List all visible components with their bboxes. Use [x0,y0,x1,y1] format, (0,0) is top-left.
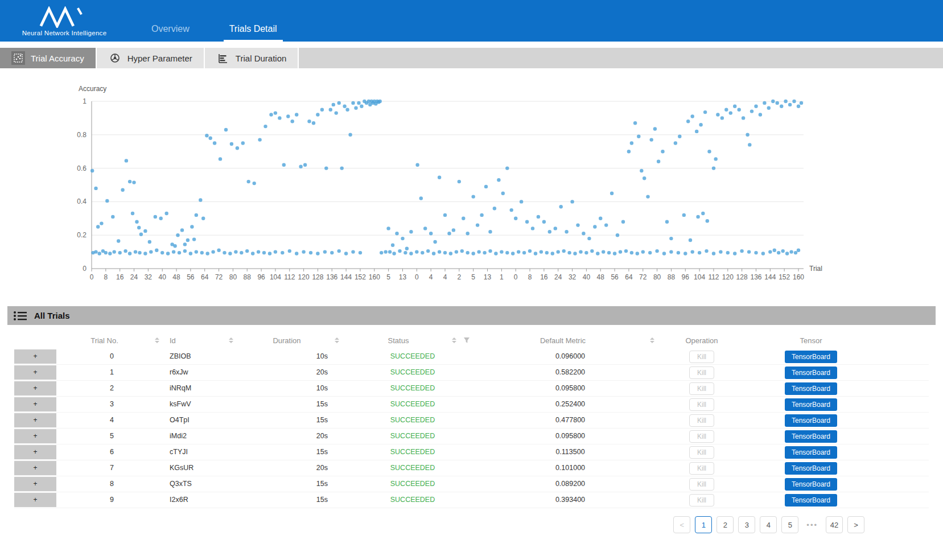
svg-text:120: 120 [298,273,310,281]
tensorboard-button[interactable]: TensorBoard [785,462,837,475]
sort-icon[interactable] [452,337,456,343]
tensorboard-button[interactable]: TensorBoard [785,414,837,427]
expand-row-button[interactable]: + [14,477,56,491]
pagination-page-5[interactable]: 5 [781,516,798,533]
table-row: +0ZBIOB10sSUCCEEDED0.096000KillTensorBoa… [14,349,929,365]
cell-default-metric: 0.252400 [478,397,662,412]
kill-button[interactable]: Kill [689,382,714,395]
expand-row-button[interactable]: + [14,445,56,459]
svg-text:16: 16 [116,273,124,281]
filter-icon[interactable] [463,337,470,344]
pagination-page-4[interactable]: 4 [760,516,777,533]
pagination-prev-button[interactable]: < [673,516,690,533]
cell-id: ksFwV [167,397,241,412]
svg-text:128: 128 [312,273,323,281]
nav-trials-detail[interactable]: Trials Detail [224,24,283,42]
svg-text:0.4: 0.4 [77,197,87,205]
svg-text:5: 5 [386,273,390,281]
cell-default-metric: 0.096000 [478,349,662,364]
svg-text:0: 0 [415,273,419,281]
expand-row-button[interactable]: + [14,493,56,507]
expand-row-button[interactable]: + [14,429,56,443]
expand-row-button[interactable]: + [14,461,56,475]
accuracy-chart: 00.20.40.60.8108162432404856647280889610… [0,74,943,290]
expand-row-button[interactable]: + [14,365,56,380]
tensorboard-button[interactable]: TensorBoard [785,446,837,459]
pagination-page-3[interactable]: 3 [738,516,755,533]
svg-text:2: 2 [457,273,461,281]
hyper-parameter-icon [108,51,122,65]
svg-text:88: 88 [668,273,676,281]
all-trials-title: All Trials [34,311,70,320]
svg-text:120: 120 [722,273,734,281]
cell-status: SUCCEEDED [347,476,478,492]
table-body: +0ZBIOB10sSUCCEEDED0.096000KillTensorBoa… [14,349,929,508]
sort-icon[interactable] [155,337,159,343]
tab-hyper-parameter[interactable]: Hyper Parameter [97,48,205,68]
pagination-ellipsis: ••• [803,516,821,533]
cell-status: SUCCEEDED [347,460,478,476]
pagination-page-42[interactable]: 42 [826,516,843,533]
cell-id: KGsUR [167,460,241,476]
nav-overview[interactable]: Overview [146,24,195,42]
sort-icon[interactable] [650,337,654,343]
svg-text:112: 112 [284,273,295,281]
expand-row-button[interactable]: + [14,413,56,427]
table-row: +3ksFwV15sSUCCEEDED0.252400KillTensorBoa… [14,397,929,413]
pagination-page-2[interactable]: 2 [716,516,734,533]
cell-duration: 15s [241,476,347,492]
filler-cell [881,476,929,492]
svg-text:0.6: 0.6 [77,164,87,172]
app-header: Neural Network Intelligence Overview Tri… [0,0,943,42]
sort-icon[interactable] [335,337,339,343]
kill-button[interactable]: Kill [689,414,714,427]
tab-trial-accuracy[interactable]: Trial Accuracy [0,48,97,68]
tensorboard-button[interactable]: TensorBoard [785,367,837,379]
kill-button[interactable]: Kill [689,398,714,411]
column-default-metric: Default Metric [478,336,662,345]
x-axis-label: Trial [809,265,822,273]
tensorboard-button[interactable]: TensorBoard [785,398,837,411]
pagination-next-button[interactable]: > [847,516,864,533]
svg-text:0: 0 [83,265,87,273]
kill-button[interactable]: Kill [689,446,714,459]
svg-text:80: 80 [653,273,661,281]
cell-trial-no: 0 [56,349,167,364]
kill-button[interactable]: Kill [689,462,714,475]
tensorboard-button[interactable]: TensorBoard [785,351,837,363]
svg-text:160: 160 [793,273,804,281]
pagination-page-1[interactable]: 1 [695,516,712,533]
tensorboard-button[interactable]: TensorBoard [785,382,837,395]
cell-status: SUCCEEDED [347,349,478,364]
expand-row-button[interactable]: + [14,381,56,396]
tab-trial-duration[interactable]: Trial Duration [205,48,299,68]
expand-row-button[interactable]: + [14,397,56,411]
tensorboard-button[interactable]: TensorBoard [785,494,837,507]
cell-default-metric: 0.101000 [478,460,662,476]
svg-text:40: 40 [159,273,167,281]
cell-duration: 10s [241,381,347,396]
svg-text:56: 56 [611,273,619,281]
kill-button[interactable]: Kill [689,494,714,507]
scatter-chart-icon [11,51,25,65]
cell-trial-no: 4 [56,413,167,428]
kill-button[interactable]: Kill [689,478,714,491]
pagination: <12345•••42> [0,516,864,533]
cell-default-metric: 0.393400 [478,492,662,508]
svg-text:1: 1 [500,273,504,281]
cell-id: Q3xTS [167,476,241,492]
svg-text:0: 0 [90,273,94,281]
svg-text:4: 4 [429,273,433,281]
cell-duration: 20s [241,365,347,380]
kill-button[interactable]: Kill [689,367,714,379]
kill-button[interactable]: Kill [689,430,714,443]
expand-row-button[interactable]: + [14,349,56,364]
kill-button[interactable]: Kill [689,351,714,363]
tensorboard-button[interactable]: TensorBoard [785,430,837,443]
cell-default-metric: 0.582200 [478,365,662,380]
svg-text:13: 13 [484,273,492,281]
svg-text:40: 40 [583,273,591,281]
tab-label: Hyper Parameter [127,53,192,63]
tensorboard-button[interactable]: TensorBoard [785,478,837,491]
sort-icon[interactable] [229,337,233,343]
